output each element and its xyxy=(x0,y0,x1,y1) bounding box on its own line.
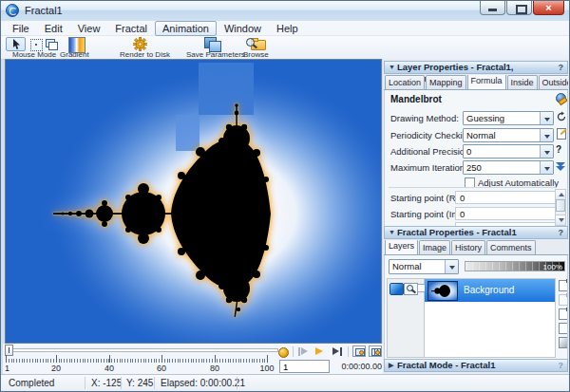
maximize-icon xyxy=(516,5,527,14)
formula-edit-icon[interactable] xyxy=(556,93,566,103)
menu-item-fractal[interactable]: Fractal xyxy=(107,21,155,36)
prev-frame-button[interactable] xyxy=(301,347,308,355)
tick-label-60: 60 xyxy=(157,364,166,373)
menu-bar: File Edit View Fractal Animation Window … xyxy=(1,21,569,36)
fractal-properties-header[interactable]: ▼ Fractal Properties - Fractal1 ? xyxy=(384,226,568,239)
more-iterations-icon[interactable] xyxy=(556,162,567,174)
layers-tab-content: Normal 100% xyxy=(384,255,568,359)
tab-history[interactable]: History xyxy=(451,240,485,254)
tab-image[interactable]: Image xyxy=(419,240,450,254)
record-button[interactable] xyxy=(278,347,289,358)
frame-number-input[interactable] xyxy=(279,360,330,373)
combo-arrow-icon[interactable] xyxy=(540,161,553,174)
tab-mapping[interactable]: Mapping xyxy=(426,75,466,89)
combo-arrow-icon[interactable] xyxy=(540,145,553,158)
tab-location[interactable]: Location xyxy=(385,75,425,89)
iterations-value: 250 xyxy=(466,162,482,173)
help-icon[interactable]: ? xyxy=(559,360,564,371)
menu-item-view[interactable]: View xyxy=(70,21,108,36)
iterations-combo[interactable]: 250 xyxy=(463,160,554,175)
scrollbar-thumb[interactable] xyxy=(556,199,565,212)
combo-arrow-icon[interactable] xyxy=(540,129,553,141)
reload-icon[interactable] xyxy=(556,111,567,122)
window-controls: × xyxy=(479,1,564,15)
drawing-method-combo[interactable]: Guessing xyxy=(463,111,554,125)
play-button[interactable] xyxy=(315,347,323,355)
title-bar[interactable]: Fractal1 × xyxy=(1,1,569,22)
precision-combo[interactable]: 0 xyxy=(463,144,554,159)
major-tick xyxy=(267,355,268,363)
animation-settings-button[interactable] xyxy=(369,345,382,357)
collapse-icon[interactable]: ▼ xyxy=(389,62,395,73)
precision-label: Additional Precision: xyxy=(390,146,472,157)
blend-mode-combo[interactable]: Normal xyxy=(389,259,459,274)
minimize-button[interactable] xyxy=(480,1,505,15)
fractal-canvas[interactable] xyxy=(5,59,382,344)
formula-tab-content: Mandelbrot Drawing Method: Guessing Peri… xyxy=(384,90,568,226)
close-button[interactable]: × xyxy=(533,1,564,15)
duplicate-layer-icon[interactable] xyxy=(559,294,568,306)
precision-help-icon[interactable]: ? xyxy=(556,144,567,156)
next-frame-button[interactable] xyxy=(332,347,339,355)
merge-layer-icon[interactable] xyxy=(559,308,568,320)
mouse-mode-button[interactable] xyxy=(6,37,26,51)
layer-editable-icon[interactable] xyxy=(404,283,418,295)
menu-item-file[interactable]: File xyxy=(5,21,37,36)
layer-thumbnail xyxy=(428,281,458,301)
expand-icon[interactable]: ▶ xyxy=(389,360,393,371)
start-im-field[interactable]: 0 xyxy=(455,207,556,220)
params-scrollbar[interactable] xyxy=(555,189,566,226)
arrow-up-icon xyxy=(559,193,564,196)
add-layer-icon[interactable] xyxy=(559,280,568,291)
status-state: Completed xyxy=(9,378,54,388)
timeline-ruler xyxy=(6,359,270,363)
layer-properties-header[interactable]: ▼ Layer Properties - Fractal1, Backgroun… xyxy=(384,61,568,74)
render-animation-button[interactable] xyxy=(352,345,366,357)
tick-label-20: 20 xyxy=(51,364,61,373)
menu-item-window[interactable]: Window xyxy=(217,21,269,36)
precision-value: 0 xyxy=(466,146,471,157)
tick-label-1: 1 xyxy=(5,364,10,373)
layer-visible-icon[interactable] xyxy=(390,283,404,295)
help-icon[interactable]: ? xyxy=(559,62,564,73)
tab-comments[interactable]: Comments xyxy=(486,240,536,254)
menu-item-animation[interactable]: Animation xyxy=(155,21,217,36)
combo-arrow-icon[interactable] xyxy=(540,112,553,124)
flatten-layers-icon[interactable] xyxy=(559,337,568,348)
iterations-label: Maximum Iterations: xyxy=(390,162,472,173)
mandelbrot-render xyxy=(6,60,381,343)
tab-outside[interactable]: Outside xyxy=(539,75,568,89)
periodicity-combo[interactable]: Normal xyxy=(463,128,554,142)
save-parameters-icon[interactable] xyxy=(204,37,217,48)
fractal-properties-tabs: Layers Image History Comments xyxy=(384,240,568,255)
major-tick xyxy=(162,355,162,363)
menu-item-edit[interactable]: Edit xyxy=(37,21,70,36)
layer-row-background[interactable]: Background xyxy=(425,279,555,302)
layer-list: Background xyxy=(425,278,556,358)
combo-arrow-icon[interactable] xyxy=(445,260,458,273)
maximize-button[interactable] xyxy=(506,1,532,15)
fractal-mode-header[interactable]: ▶ Fractal Mode - Fractal1 ? xyxy=(384,359,568,372)
render-gear-icon[interactable] xyxy=(133,37,147,51)
tab-layers[interactable]: Layers xyxy=(385,240,418,254)
fractal-mode-title: Fractal Mode - Fractal1 xyxy=(397,360,495,370)
layer-toggles-column xyxy=(387,278,425,358)
delete-layer-icon[interactable] xyxy=(559,323,568,334)
tab-inside[interactable]: Inside xyxy=(507,75,538,89)
tab-formula[interactable]: Formula xyxy=(467,75,506,89)
fractal-properties-title: Fractal Properties - Fractal1 xyxy=(397,227,517,237)
timeline-track[interactable] xyxy=(5,348,278,352)
edit-icon[interactable] xyxy=(556,128,567,140)
arrow-down-icon xyxy=(559,218,564,222)
prev-frame-icon[interactable] xyxy=(298,347,300,356)
collapse-icon[interactable]: ▼ xyxy=(389,227,395,238)
help-icon[interactable]: ? xyxy=(559,227,564,238)
major-tick xyxy=(6,355,7,363)
window-title: Fractal1 xyxy=(25,5,63,16)
menu-item-help[interactable]: Help xyxy=(269,21,306,36)
opacity-slider[interactable]: 100% xyxy=(465,261,565,271)
switch-mode-icon[interactable] xyxy=(46,39,55,47)
start-re-field[interactable]: 0 xyxy=(455,191,556,204)
status-separator xyxy=(154,377,155,389)
scroll-down-button[interactable] xyxy=(556,215,565,225)
